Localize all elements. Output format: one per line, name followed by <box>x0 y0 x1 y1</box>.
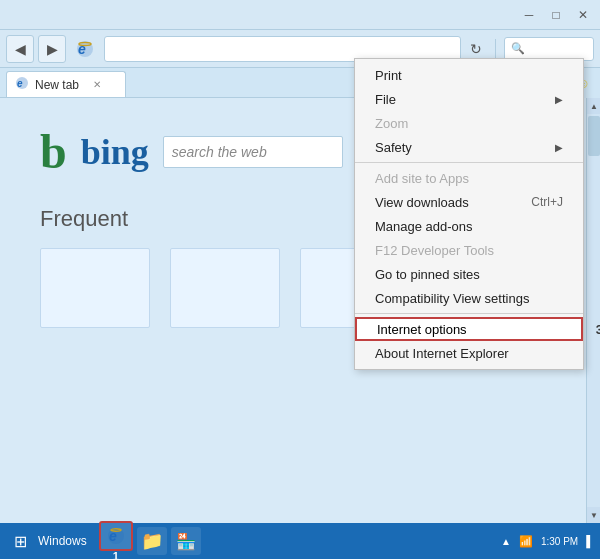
tab-close-button[interactable]: ✕ <box>93 79 101 90</box>
tab-label: New tab <box>35 78 79 92</box>
menu-item-zoom: Zoom <box>355 111 583 135</box>
bing-search-box[interactable]: search the web <box>163 136 343 168</box>
menu-item-pinned-sites[interactable]: Go to pinned sites <box>355 262 583 286</box>
bing-text-logo: bing <box>81 131 149 173</box>
frequent-label: Frequent <box>40 206 128 232</box>
step-1-label: 1 <box>113 551 119 560</box>
file-arrow-icon: ▶ <box>555 94 563 105</box>
tray-icons: ▲ <box>501 536 511 547</box>
bing-b-logo: b <box>40 128 67 176</box>
ie-logo: e <box>74 38 96 60</box>
close-button[interactable]: ✕ <box>570 5 596 25</box>
taskbar-label: Windows <box>38 534 87 548</box>
nav-search-text: 🔍 <box>511 42 525 55</box>
menu-item-manage-addons[interactable]: Manage add-ons <box>355 214 583 238</box>
refresh-button[interactable]: ↻ <box>465 38 487 60</box>
search-placeholder: search the web <box>172 144 267 160</box>
back-button[interactable]: ◀ <box>6 35 34 63</box>
show-desktop-icon[interactable]: ▌ <box>586 535 594 547</box>
divider <box>495 39 496 59</box>
scrollbar[interactable]: ▲ ▼ <box>586 98 600 523</box>
tray-time: 1:30 PM <box>541 536 578 547</box>
minimize-button[interactable]: ─ <box>516 5 542 25</box>
menu-item-about-ie[interactable]: About Internet Explorer <box>355 341 583 365</box>
menu-item-file[interactable]: File ▶ <box>355 87 583 111</box>
context-menu: Print File ▶ Zoom Safety ▶ Add site to A… <box>354 58 584 370</box>
taskbar: ⊞ Windows e 1 📁 🏪 ▲ 📶 1:30 PM ▌ <box>0 523 600 559</box>
menu-item-safety[interactable]: Safety ▶ <box>355 135 583 159</box>
downloads-shortcut: Ctrl+J <box>531 195 563 209</box>
menu-sep-2 <box>355 313 583 314</box>
menu-item-print[interactable]: Print <box>355 63 583 87</box>
menu-item-view-downloads[interactable]: View downloads Ctrl+J <box>355 190 583 214</box>
menu-item-internet-options[interactable]: Internet options 3 <box>355 317 583 341</box>
tab-ie-icon: e <box>15 76 29 93</box>
taskbar-tray: ▲ 📶 1:30 PM ▌ <box>501 535 594 548</box>
tab-new-tab[interactable]: e New tab ✕ <box>6 71 126 97</box>
bing-area: b bing search the web <box>40 128 343 176</box>
scroll-up[interactable]: ▲ <box>587 98 600 114</box>
title-bar: ─ □ ✕ <box>0 0 600 30</box>
scroll-down[interactable]: ▼ <box>587 507 600 523</box>
taskbar-ie-button[interactable]: e <box>99 521 133 551</box>
step-3-label: 3 <box>596 322 600 337</box>
frequent-tile-1[interactable] <box>40 248 150 328</box>
start-button[interactable]: ⊞ <box>6 527 34 555</box>
nav-search[interactable]: 🔍 <box>504 37 594 61</box>
svg-text:e: e <box>17 78 23 89</box>
taskbar-store-button[interactable]: 🏪 <box>171 527 201 555</box>
menu-sep-1 <box>355 162 583 163</box>
safety-arrow-icon: ▶ <box>555 142 563 153</box>
scroll-thumb[interactable] <box>588 116 600 156</box>
forward-button[interactable]: ▶ <box>38 35 66 63</box>
maximize-button[interactable]: □ <box>543 5 569 25</box>
menu-item-f12: F12 Developer Tools <box>355 238 583 262</box>
menu-item-compat[interactable]: Compatibility View settings <box>355 286 583 310</box>
menu-item-add-site: Add site to Apps <box>355 166 583 190</box>
taskbar-folder-button[interactable]: 📁 <box>137 527 167 555</box>
taskbar-ie-container: e 1 <box>99 521 133 560</box>
frequent-tile-2[interactable] <box>170 248 280 328</box>
tray-network-icon: 📶 <box>519 535 533 548</box>
